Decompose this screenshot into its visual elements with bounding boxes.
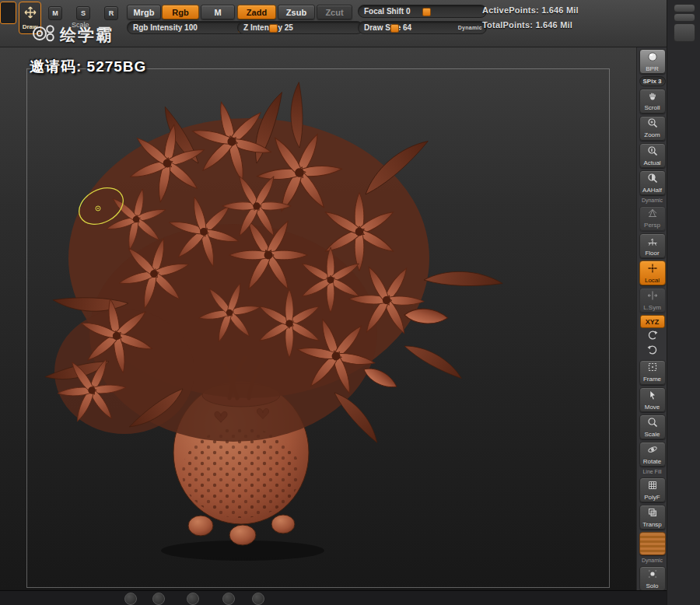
taskbar-icon-5[interactable] — [252, 593, 264, 605]
orbit-icon — [647, 444, 658, 458]
spix-slider[interactable]: SPix 3 — [639, 76, 666, 86]
scale-button[interactable]: Scale — [639, 414, 666, 439]
bouquet — [44, 82, 504, 447]
frame-button[interactable]: Frame — [639, 360, 666, 385]
taskbar-icon-4[interactable] — [222, 593, 235, 605]
rotate-button[interactable]: Rotate — [639, 442, 666, 467]
gizmo-rotate-label: R — [109, 9, 114, 17]
zoom-button[interactable]: Zoom — [639, 116, 666, 141]
magnifier-actual-icon — [647, 145, 658, 159]
hand-icon — [647, 90, 658, 104]
rotate-cw-button[interactable] — [643, 345, 662, 358]
frame-dashed-icon — [647, 362, 658, 376]
dynamic-tag: Dynamic — [458, 25, 482, 30]
solo-button[interactable]: Solo — [639, 566, 666, 591]
transp-button[interactable]: Transp — [639, 505, 666, 530]
rgb-button[interactable]: Rgb — [162, 5, 199, 19]
z-intensity-slider[interactable]: Z Intensity 25 — [237, 21, 363, 34]
truncated-label: Line Fill — [637, 469, 667, 475]
xyz-button[interactable]: XYZ — [640, 315, 665, 328]
rotate-ccw-button[interactable] — [643, 330, 662, 343]
polyframe-grid-icon — [647, 480, 658, 494]
floor-grid-icon — [647, 236, 658, 250]
m-button[interactable]: M — [201, 5, 235, 19]
brand-swirl-icon — [31, 23, 56, 47]
taskbar — [0, 590, 667, 605]
gizmo-scale-button[interactable]: S — [76, 6, 90, 20]
magnifier-icon — [647, 417, 658, 431]
active-points-stat: ActivePoints: 1.646 Mil — [482, 5, 579, 15]
zsub-button[interactable]: Zsub — [278, 5, 315, 19]
zcut-button[interactable]: Zcut — [317, 5, 352, 19]
scroll-button[interactable]: Scroll — [639, 89, 666, 114]
truncated-label: Dynamic — [637, 198, 667, 204]
slider-marker[interactable] — [269, 24, 278, 33]
slider-marker[interactable] — [390, 24, 399, 33]
taskbar-icon-3[interactable] — [187, 593, 199, 605]
render-sphere-icon — [647, 51, 658, 65]
brush-preview-button[interactable] — [0, 2, 16, 24]
brand-logo: 绘学霸 — [31, 23, 114, 47]
slider-marker[interactable] — [422, 8, 431, 16]
actual-button[interactable]: Actual — [639, 143, 666, 168]
gizmo-rotate-button[interactable]: R — [104, 6, 118, 20]
panel-scroll-down-button[interactable] — [674, 13, 695, 22]
gizmo-move-label: M — [52, 9, 58, 17]
persp-button[interactable]: Persp — [639, 206, 666, 231]
taskbar-icon-1[interactable] — [124, 593, 137, 605]
right-shelf: BPR SPix 3 Scroll Zoom Actual AAHalf Dyn… — [636, 47, 667, 591]
panel-scrollbar-thumb[interactable] — [674, 23, 695, 42]
gizmo-scale-label: S — [81, 9, 86, 17]
solo-icon — [647, 568, 658, 582]
local-pivot-icon — [647, 263, 658, 277]
draw-size-slider[interactable]: Draw Size 64 Dynamic — [358, 21, 487, 34]
symmetry-icon — [647, 290, 658, 304]
transparency-icon — [647, 507, 658, 521]
aahalf-button[interactable]: AAHalf — [639, 170, 666, 195]
sculpt-viewport[interactable]: 邀请码: 5275BG — [0, 47, 636, 591]
top-shelf: Draw M S R Scale Mrgb Rgb M Zadd Zsub Zc… — [0, 0, 667, 47]
sculpt-model — [0, 47, 636, 591]
polyf-button[interactable]: PolyF — [639, 477, 666, 502]
rotate-cw-icon — [647, 344, 658, 358]
lsym-button[interactable]: L.Sym — [639, 288, 666, 313]
brand-logo-text: 绘学霸 — [60, 24, 114, 46]
move-button[interactable]: Move — [639, 387, 666, 412]
gizmo-move-button[interactable]: M — [48, 6, 62, 20]
move-cross-icon — [23, 5, 37, 23]
right-tray — [667, 0, 700, 605]
focal-shift-slider[interactable]: Focal Shift 0 — [358, 5, 487, 18]
mrgb-button[interactable]: Mrgb — [127, 5, 161, 19]
panel-scroll-up-button[interactable] — [674, 4, 695, 12]
truncated-label: Dynamic — [637, 558, 667, 564]
taskbar-icon-2[interactable] — [152, 593, 165, 605]
local-button[interactable]: Local — [639, 261, 666, 285]
perspective-icon — [647, 208, 658, 222]
floor-button[interactable]: Floor — [639, 233, 666, 258]
magnifier-half-icon — [647, 173, 658, 187]
magnifier-plus-icon — [647, 117, 658, 131]
cursor-icon — [647, 390, 658, 404]
app-window: Draw M S R Scale Mrgb Rgb M Zadd Zsub Zc… — [0, 0, 700, 605]
total-points-stat: TotalPoints: 1.646 Mil — [482, 20, 572, 30]
ghost-material-button[interactable] — [639, 532, 666, 555]
bpr-button[interactable]: BPR — [639, 49, 666, 74]
zadd-button[interactable]: Zadd — [237, 5, 276, 19]
rotate-ccw-icon — [647, 330, 658, 344]
rgb-intensity-slider[interactable]: Rgb Intensity 100 — [127, 21, 248, 34]
